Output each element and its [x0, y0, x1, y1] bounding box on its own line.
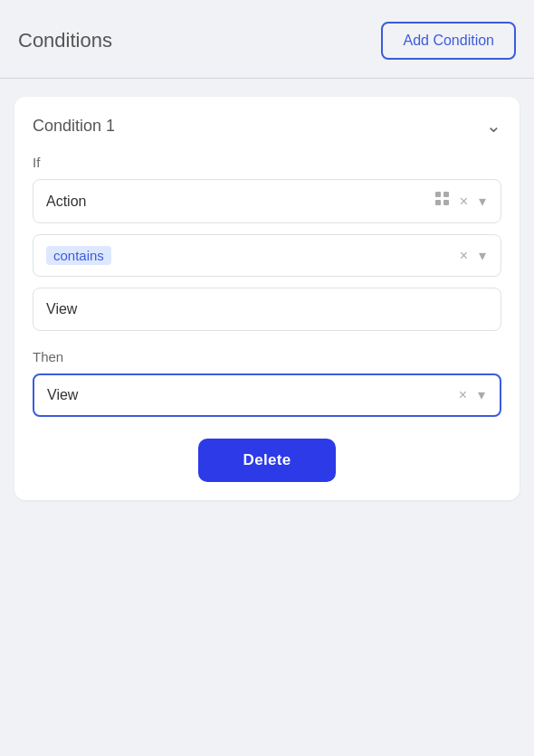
header: Conditions Add Condition	[0, 0, 534, 78]
contains-dropdown-button[interactable]: ▾	[477, 247, 488, 265]
contains-field-icons: × ▾	[458, 247, 488, 265]
contains-badge: contains	[46, 246, 111, 265]
action-field-row: Action × ▾	[33, 179, 501, 223]
grid-icon	[434, 191, 451, 212]
svg-rect-0	[435, 192, 441, 197]
then-section: Then View × ▾	[33, 349, 501, 417]
page-title: Conditions	[18, 29, 112, 52]
svg-rect-2	[435, 200, 441, 205]
then-field-row: View × ▾	[33, 373, 501, 417]
value-text-input[interactable]	[33, 288, 501, 331]
contains-field-left: contains	[46, 246, 458, 265]
condition-card-header: Condition 1 ⌄	[33, 115, 501, 137]
contains-clear-button[interactable]: ×	[458, 247, 470, 265]
action-field-icons: × ▾	[434, 191, 488, 212]
then-value: View	[47, 387, 78, 402]
then-select-field[interactable]: View × ▾	[33, 373, 501, 417]
value-field-row	[33, 288, 501, 331]
action-field-left: Action	[46, 194, 434, 210]
action-select-field[interactable]: Action × ▾	[33, 179, 501, 223]
then-clear-button[interactable]: ×	[457, 386, 469, 404]
delete-btn-wrapper: Delete	[33, 439, 501, 482]
add-condition-button[interactable]: Add Condition	[381, 22, 516, 60]
then-label: Then	[33, 349, 501, 364]
header-divider	[0, 78, 534, 79]
action-value: Action	[46, 194, 86, 210]
page-wrapper: Conditions Add Condition Condition 1 ⌄ I…	[0, 0, 534, 756]
then-dropdown-button[interactable]: ▾	[476, 386, 487, 404]
chevron-down-icon[interactable]: ⌄	[486, 115, 501, 137]
svg-rect-3	[443, 200, 449, 205]
condition-title: Condition 1	[33, 117, 115, 136]
then-field-left: View	[47, 387, 457, 403]
if-section: If Action	[33, 155, 501, 331]
action-clear-button[interactable]: ×	[458, 193, 470, 211]
delete-button[interactable]: Delete	[198, 439, 337, 482]
svg-rect-1	[443, 192, 449, 197]
then-field-icons: × ▾	[457, 386, 487, 404]
action-dropdown-button[interactable]: ▾	[477, 193, 488, 211]
if-label: If	[33, 155, 501, 170]
contains-select-field[interactable]: contains × ▾	[33, 234, 501, 277]
condition-card: Condition 1 ⌄ If Action	[14, 97, 520, 500]
contains-field-row: contains × ▾	[33, 234, 501, 277]
